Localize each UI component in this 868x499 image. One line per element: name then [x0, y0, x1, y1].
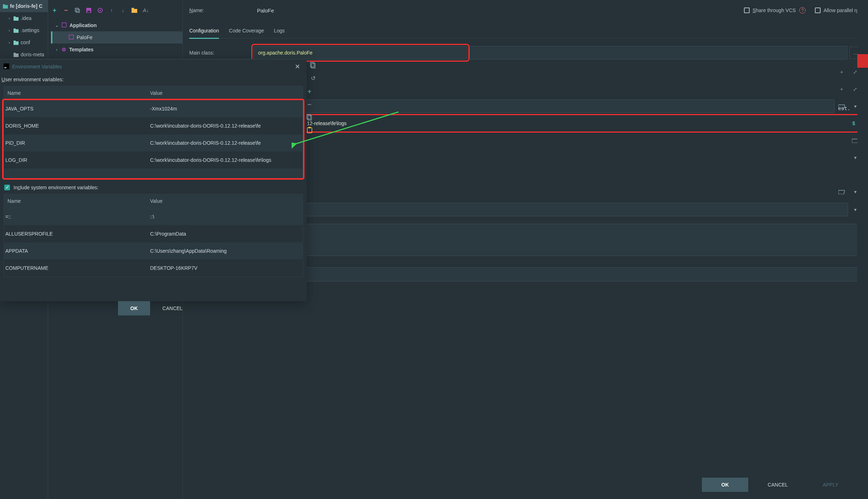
- tab-configuration[interactable]: Configuration: [189, 24, 219, 39]
- run-config-palofe[interactable]: PaloFe: [51, 31, 183, 43]
- env-value-cell[interactable]: -Xmx1024m: [147, 106, 303, 112]
- editor-gutter-overview: [857, 0, 868, 499]
- application-node[interactable]: ⌄ Application: [51, 19, 183, 31]
- tree-item-settings[interactable]: ›.settings: [0, 24, 48, 36]
- env-name-cell[interactable]: DORIS_HOME: [4, 123, 147, 129]
- close-icon[interactable]: ✕: [292, 61, 303, 72]
- env-name-cell[interactable]: PID_DIR: [4, 140, 147, 146]
- folder-open-icon[interactable]: [837, 187, 846, 196]
- env-ok-button[interactable]: OK: [118, 301, 150, 315]
- table-row: COMPUTERNAMEDESKTOP-16KRP7V: [4, 259, 303, 277]
- svg-rect-27: [310, 62, 314, 67]
- remove-env-var-button[interactable]: −: [305, 100, 314, 109]
- ok-button[interactable]: OK: [702, 478, 748, 492]
- run-config-leaf-label: PaloFe: [77, 35, 92, 40]
- tab-code-coverage[interactable]: Code Coverage: [229, 24, 264, 38]
- svg-rect-21: [4, 63, 9, 69]
- include-system-label: Include system environment variables:: [14, 185, 98, 190]
- add-icon[interactable]: +: [837, 68, 846, 76]
- paste-icon[interactable]: [305, 126, 314, 134]
- module-icon: [3, 4, 8, 8]
- add-env-var-button[interactable]: +: [305, 87, 314, 96]
- svg-rect-24: [308, 115, 312, 120]
- env-name-cell[interactable]: LOG_DIR: [4, 157, 147, 163]
- dialog-footer: OK CANCEL APPLY: [702, 478, 854, 492]
- add-config-button[interactable]: +: [51, 7, 58, 14]
- column-value[interactable]: Value: [147, 198, 303, 204]
- sys-env-value-cell: ::\: [147, 214, 303, 220]
- share-through-vcs-checkbox[interactable]: Share through VCS: [744, 7, 796, 13]
- dollar-icon[interactable]: $: [849, 119, 858, 128]
- sys-env-name-cell: APPDATA: [4, 248, 147, 254]
- allow-parallel-checkbox[interactable]: Allow parallel run: [815, 7, 862, 13]
- main-class-input[interactable]: org.apache.doris.PaloFe: [253, 46, 467, 60]
- save-config-button[interactable]: [85, 7, 92, 14]
- move-down-button[interactable]: ↓: [119, 7, 127, 14]
- tree-item-conf[interactable]: ›conf: [0, 36, 48, 48]
- tree-item-label: .settings: [21, 27, 39, 33]
- checkbox-icon: [744, 7, 750, 13]
- svg-rect-1: [3, 4, 5, 6]
- table-row[interactable]: JAVA_OPTS-Xmx1024m: [4, 100, 303, 117]
- sys-env-table-actions: ↺: [309, 60, 319, 82]
- config-name-input[interactable]: [257, 5, 364, 16]
- env-dialog-footer: OK CANCEL: [118, 301, 189, 315]
- env-dialog-title: Environment Variables: [12, 64, 62, 70]
- sys-env-name-cell: =::: [4, 214, 147, 220]
- cancel-button[interactable]: CANCEL: [755, 478, 801, 492]
- column-name[interactable]: Name: [4, 198, 147, 204]
- svg-rect-11: [76, 9, 79, 12]
- table-row[interactable]: LOG_DIRC:\work\incubator-doris-DORIS-0.1…: [4, 151, 303, 169]
- env-name-cell[interactable]: JAVA_OPTS: [4, 106, 147, 112]
- apply-button[interactable]: APPLY: [807, 478, 854, 492]
- user-env-table-header: Name Value: [4, 86, 303, 100]
- tree-item-idea[interactable]: ›.idea: [0, 12, 48, 24]
- env-value-cell[interactable]: C:\work\incubator-doris-DORIS-0.12.12-re…: [147, 140, 303, 146]
- env-cancel-button[interactable]: CANCEL: [156, 301, 189, 315]
- move-up-button[interactable]: ↑: [108, 7, 115, 14]
- include-system-checkbox[interactable]: [4, 185, 10, 190]
- copy-config-button[interactable]: [74, 7, 81, 14]
- table-row[interactable]: PID_DIRC:\work\incubator-doris-DORIS-0.1…: [4, 134, 303, 151]
- svg-point-15: [99, 10, 101, 11]
- env-value-cell[interactable]: C:\work\incubator-doris-DORIS-0.12.12-re…: [147, 123, 303, 129]
- sort-button[interactable]: A↓: [142, 7, 149, 14]
- revert-icon[interactable]: ↺: [309, 74, 317, 82]
- svg-rect-26: [308, 127, 311, 128]
- folder-button[interactable]: [131, 7, 138, 14]
- name-label: Name:: [189, 7, 257, 13]
- project-root-row[interactable]: fe [doris-fe] C: [0, 0, 48, 12]
- help-icon[interactable]: ?: [799, 7, 806, 14]
- user-env-table[interactable]: JAVA_OPTS-Xmx1024mDORIS_HOMEC:\work\incu…: [4, 100, 303, 178]
- sys-env-table-header: Name Value: [4, 194, 303, 208]
- table-row: =::::\: [4, 208, 303, 225]
- tab-logs[interactable]: Logs: [274, 24, 284, 38]
- chevron-right-icon: ›: [7, 16, 11, 20]
- chevron-right-icon: ›: [7, 40, 11, 45]
- svg-rect-7: [14, 41, 16, 42]
- remove-config-button[interactable]: −: [62, 7, 70, 14]
- sys-env-table[interactable]: =::::\ALLUSERSPROFILEC:\ProgramDataAPPDA…: [4, 208, 303, 277]
- sys-env-value-cell: C:\ProgramData: [147, 231, 303, 237]
- edit-templates-icon[interactable]: [97, 7, 104, 14]
- copy-icon[interactable]: [305, 113, 314, 122]
- env-value-cell[interactable]: C:\work\incubator-doris-DORIS-0.12.12-re…: [147, 157, 303, 163]
- svg-rect-9: [14, 53, 16, 54]
- svg-rect-19: [69, 35, 73, 39]
- copy-icon[interactable]: [309, 61, 317, 70]
- user-env-table-actions: + −: [305, 86, 315, 134]
- error-marker[interactable]: [857, 54, 868, 68]
- templates-node[interactable]: › ⚙ Templates: [51, 43, 183, 56]
- application-glyph-icon: [62, 22, 67, 29]
- table-row[interactable]: DORIS_HOMEC:\work\incubator-doris-DORIS-…: [4, 117, 303, 134]
- column-value[interactable]: Value: [147, 90, 303, 96]
- application-label: Application: [70, 22, 97, 28]
- column-name[interactable]: Name: [4, 90, 147, 96]
- svg-rect-28: [312, 63, 315, 68]
- svg-rect-3: [14, 16, 16, 18]
- chevron-down-icon: ⌄: [55, 23, 59, 28]
- add-icon[interactable]: +: [837, 85, 846, 93]
- table-row: APPDATAC:\Users\zhang\AppData\Roaming: [4, 242, 303, 259]
- folder-icon: [14, 40, 19, 45]
- main-class-input-extra[interactable]: [469, 46, 847, 60]
